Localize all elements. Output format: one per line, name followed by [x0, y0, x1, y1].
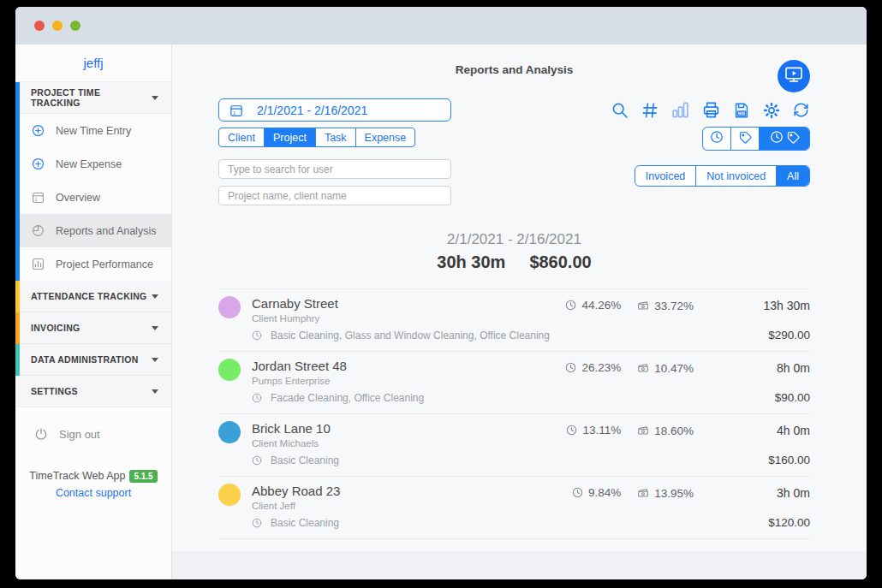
sidebar-item-reports-and-analysis[interactable]: Reports and Analysis [15, 214, 171, 247]
date-range-picker[interactable]: 2/1/2021 - 2/16/2021 [218, 98, 451, 122]
section-label: PROJECT TIME TRACKING [31, 87, 152, 108]
section-header-invoicing[interactable]: INVOICING [15, 312, 171, 344]
tab-expense[interactable]: Expense [356, 128, 415, 146]
export-csv-icon[interactable] [732, 101, 751, 120]
section-label: ATTENDANCE TRACKING [31, 291, 147, 301]
refresh-icon[interactable] [792, 101, 810, 119]
report-row: Carnaby Street Client Humphry 44.26% 33. [218, 289, 810, 352]
sidebar-section-invoicing: INVOICING [15, 312, 171, 344]
main-panel: Reports and Analysis 2/1/2021 - 2/16/202… [172, 45, 867, 579]
time-percent-stat: 26.23% [564, 361, 621, 374]
clock-icon [251, 517, 263, 529]
chevron-down-icon [152, 326, 158, 330]
version-badge: 5.1.5 [129, 470, 157, 483]
time-percent-stat: 9.84% [571, 486, 621, 499]
tab-task[interactable]: Task [316, 128, 356, 146]
duration: 8h 0m [694, 361, 810, 375]
search-icon[interactable] [611, 101, 629, 120]
amount: $90.00 [775, 391, 810, 404]
user-search-input[interactable] [218, 159, 451, 179]
screen-background: jeffj PROJECT TIME TRACKING New Time Ent… [0, 0, 882, 588]
sidebar-item-project-performance[interactable]: Project Performance [15, 247, 171, 281]
chevron-down-icon [152, 389, 158, 394]
tutorial-video-button[interactable] [778, 60, 810, 92]
time-percent-value: 44.26% [581, 299, 621, 312]
sidebar-item-label: Overview [56, 192, 100, 204]
contact-support-link[interactable]: Contact support [15, 487, 171, 499]
sidebar-item-new-time-entry[interactable]: New Time Entry [15, 114, 171, 147]
clock-icon [769, 129, 784, 148]
section-label: SETTINGS [31, 386, 78, 396]
close-window-button[interactable] [34, 21, 45, 31]
money-percent-value: 33.72% [654, 300, 694, 312]
section-header-data-administration[interactable]: DATA ADMINISTRATION [15, 344, 171, 376]
toggle-time-only[interactable] [703, 128, 731, 150]
sidebar-item-overview[interactable]: Overview [15, 181, 171, 214]
summary-total-time: 30h 30m [437, 252, 505, 272]
summary-total-amount: $860.00 [529, 252, 591, 272]
report-summary: 2/1/2021 - 2/16/2021 30h 30m $860.00 [218, 231, 810, 272]
bar-chart-icon[interactable] [670, 100, 690, 120]
section-label: DATA ADMINISTRATION [31, 354, 139, 365]
clock-icon [709, 129, 724, 148]
project-name: Jordan Street 48 [252, 359, 564, 373]
plus-circle-icon [31, 123, 45, 138]
project-line[interactable]: Jordan Street 48 Pumps Enterprise 26.23% [218, 359, 810, 386]
time-percent-value: 26.23% [581, 361, 621, 374]
section-accent-bar [15, 82, 20, 281]
minimize-window-button[interactable] [52, 21, 63, 31]
client-name: Pumps Enterprise [252, 376, 564, 386]
section-label: INVOICING [31, 323, 80, 333]
task-line: Basic Cleaning $160.00 [218, 454, 810, 476]
money-percent-value: 13.95% [654, 487, 694, 500]
time-percent-stat: 44.26% [564, 299, 621, 312]
project-line[interactable]: Brick Lane 10 Client Michaels 13.11% 18. [218, 421, 810, 448]
filter-not-invoiced[interactable]: Not invoiced [696, 166, 777, 186]
tag-icon [786, 130, 801, 148]
project-name: Brick Lane 10 [252, 421, 565, 436]
sidebar-item-label: Reports and Analysis [56, 225, 156, 237]
section-header-project-time-tracking[interactable]: PROJECT TIME TRACKING [15, 82, 171, 114]
project-name: Carnaby Street [252, 296, 564, 311]
filter-invoiced[interactable]: Invoiced [635, 166, 697, 186]
zoom-window-button[interactable] [70, 21, 80, 31]
chevron-down-icon [152, 294, 158, 299]
main-footer-strip [172, 551, 867, 579]
tab-client[interactable]: Client [219, 128, 265, 146]
section-header-attendance-tracking[interactable]: ATTENDANCE TRACKING [15, 281, 171, 312]
report-list: Carnaby Street Client Humphry 44.26% 33. [218, 288, 810, 539]
tag-icon [738, 130, 753, 148]
app-name: TimeTrack Web App [29, 470, 125, 482]
print-icon[interactable] [701, 100, 721, 120]
task-list: Basic Cleaning [271, 454, 339, 466]
project-line[interactable]: Abbey Road 23 Client Jeff 9.84% 13.95% [218, 484, 810, 511]
bar-chart-icon [31, 257, 45, 271]
project-search-input[interactable] [218, 186, 451, 205]
date-range-value: 2/1/2021 - 2/16/2021 [257, 104, 367, 117]
duration: 13h 30m [694, 299, 810, 312]
toggle-expense-only[interactable] [731, 128, 760, 150]
tab-project[interactable]: Project [265, 128, 316, 146]
money-icon [636, 486, 650, 500]
monitor-play-icon [784, 64, 804, 88]
toggle-time-and-expense[interactable] [760, 128, 809, 150]
project-line[interactable]: Carnaby Street Client Humphry 44.26% 33. [218, 296, 810, 324]
sidebar-item-new-expense[interactable]: New Expense [15, 147, 171, 181]
username: jeffj [15, 45, 171, 82]
report-toolbar [611, 98, 810, 122]
filter-all[interactable]: All [777, 166, 809, 186]
gear-icon[interactable] [762, 101, 781, 120]
plus-circle-icon [31, 157, 45, 171]
money-icon [636, 299, 650, 312]
numbers-icon[interactable] [641, 101, 659, 120]
task-list: Basic Cleaning [271, 517, 339, 529]
clock-icon [564, 299, 577, 312]
section-accent-bar [15, 312, 20, 344]
report-row: Abbey Road 23 Client Jeff 9.84% 13.95% [218, 477, 810, 539]
sign-out-button[interactable]: Sign out [33, 426, 171, 442]
sidebar-item-label: New Time Entry [56, 125, 131, 137]
page-title: Reports and Analysis [218, 63, 810, 76]
calendar-icon [31, 190, 45, 205]
section-header-settings[interactable]: SETTINGS [15, 376, 171, 407]
time-expense-toggle [702, 127, 810, 151]
